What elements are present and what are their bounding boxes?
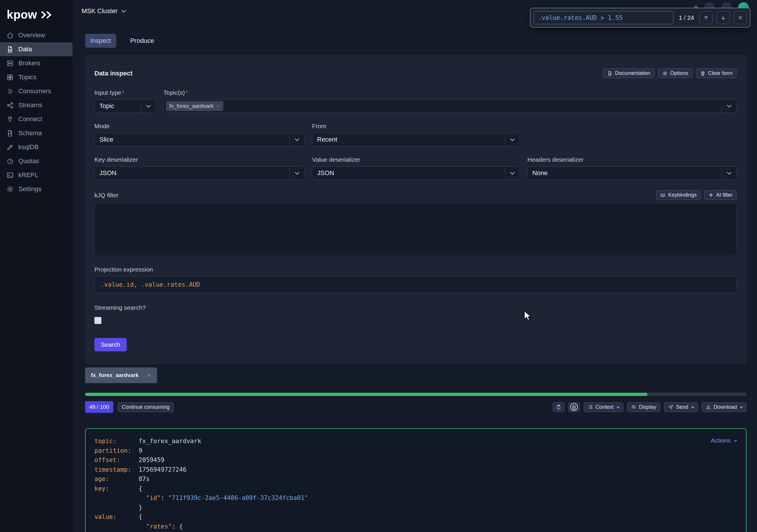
sidebar-item-label: Brokers	[18, 59, 41, 67]
ai-filter-button[interactable]: AI filter	[704, 190, 737, 200]
sidebar-item-connect[interactable]: Connect	[0, 112, 73, 126]
document-icon	[607, 71, 613, 76]
send-dropdown[interactable]: Send	[664, 402, 698, 412]
record-line: "rates": {	[94, 522, 737, 531]
sidebar-item-consumers[interactable]: Consumers	[0, 84, 73, 98]
trash-icon	[700, 71, 706, 76]
record-line: }	[94, 503, 737, 513]
main-area: .value.rates.AUD > 1.55 1 / 24 MSK Clust…	[73, 0, 757, 532]
record-line: age: 07s	[94, 474, 737, 484]
find-input[interactable]: .value.rates.AUD > 1.55	[533, 11, 673, 24]
continue-consuming-button[interactable]: Continue consuming	[118, 402, 174, 412]
app-root: kpow OverviewDataBrokersTopicsConsumersS…	[0, 0, 757, 532]
from-label: From	[312, 123, 520, 130]
find-match-counter: 1 / 24	[679, 14, 694, 21]
download-icon	[706, 404, 711, 410]
arrow-down-icon	[720, 15, 726, 21]
from-select[interactable]: Recent	[312, 133, 520, 146]
headers-deserializer-label: Headers deserializer	[528, 156, 737, 163]
sidebar-item-schema[interactable]: Schema	[0, 126, 73, 140]
sidebar-item-label: kREPL	[18, 171, 38, 179]
documentation-button[interactable]: Documentation	[603, 69, 654, 78]
clear-form-button[interactable]: Clear form	[696, 69, 737, 78]
chevron-down-icon	[691, 405, 694, 408]
value-deserializer-select[interactable]: JSON	[312, 166, 520, 180]
cluster-name: MSK Cluster	[81, 7, 117, 15]
at-icon: @	[570, 403, 578, 411]
keybindings-button[interactable]: Keybindings	[656, 190, 701, 200]
chevron-down-icon	[510, 170, 515, 175]
kpow-logo[interactable]: kpow	[0, 0, 73, 28]
sidebar-item-settings[interactable]: Settings	[0, 182, 73, 196]
topics-label: Topic(s)*	[164, 89, 737, 96]
projection-input[interactable]: .value.id, .value.rates.AUD	[94, 276, 737, 293]
projection-label: Projection expression	[94, 266, 737, 273]
send-icon	[668, 404, 673, 410]
close-icon	[738, 15, 743, 21]
streaming-search-checkbox[interactable]	[94, 317, 102, 324]
find-bar: .value.rates.AUD > 1.55 1 / 24	[530, 8, 750, 27]
record-line: topic: fx_forex_aardvark	[94, 436, 737, 446]
sparkle-icon	[708, 192, 713, 198]
find-prev-button[interactable]	[699, 11, 712, 24]
record-code: topic: fx_forex_aardvarkpartition: 9offs…	[94, 436, 737, 532]
sidebar-item-brokers[interactable]: Brokers	[0, 56, 73, 70]
sidebar-item-label: Topics	[18, 74, 36, 81]
sidebar-item-overview[interactable]: Overview	[0, 28, 73, 42]
key-deserializer-select[interactable]: JSON	[94, 166, 305, 180]
input-type-label: Input type*	[94, 89, 156, 96]
chevron-down-icon	[146, 103, 151, 108]
sidebar-item-data[interactable]: Data	[0, 42, 73, 56]
chevron-down-icon	[510, 137, 515, 141]
sidebar-item-topics[interactable]: Topics	[0, 70, 73, 84]
chevron-down-icon	[734, 438, 737, 442]
mode-select[interactable]: Slice	[94, 133, 305, 146]
copy-results-button[interactable]	[553, 402, 564, 412]
pencil-icon	[6, 144, 14, 151]
arrow-up-icon	[703, 15, 709, 21]
cluster-selector[interactable]: MSK Cluster	[81, 7, 125, 15]
find-next-button[interactable]	[716, 11, 730, 24]
sidebar-item-streams[interactable]: Streams	[0, 98, 73, 112]
share-icon	[6, 102, 14, 109]
file-icon	[6, 46, 14, 53]
close-icon[interactable]	[216, 104, 220, 108]
view-tabs: Inspect Produce	[85, 34, 746, 48]
sidebar-item-label: Settings	[18, 185, 42, 193]
sidebar-item-krepl[interactable]: kREPL	[0, 168, 73, 182]
result-topic-tab[interactable]: fx_forex_aardvark	[85, 368, 157, 383]
input-type-select[interactable]: Topic	[94, 99, 156, 113]
sidebar: kpow OverviewDataBrokersTopicsConsumersS…	[0, 0, 73, 532]
gauge-icon	[6, 158, 14, 165]
sidebar-item-label: Consumers	[18, 87, 51, 95]
close-icon[interactable]	[147, 373, 151, 378]
context-dropdown[interactable]: Context	[584, 402, 623, 412]
tab-produce[interactable]: Produce	[125, 34, 159, 48]
topics-multiselect[interactable]: fx_forex_aardvark	[164, 99, 737, 113]
record-actions-button[interactable]: Actions	[711, 437, 737, 444]
chevron-down-icon	[122, 8, 126, 13]
value-deserializer-label: Value deserializer	[312, 156, 520, 163]
jump-to-offset-button[interactable]: @	[568, 402, 580, 412]
progress-fill	[85, 393, 648, 396]
record-line: "id": "711f939c-2ae5-4486-a09f-37c324fcb…	[94, 493, 737, 503]
find-query-text: .value.rates.AUD > 1.55	[538, 14, 623, 21]
chevron-down-icon	[617, 405, 620, 408]
sidebar-item-ksqldb[interactable]: ksqlDB	[0, 140, 73, 154]
kjq-filter-textarea[interactable]	[94, 203, 737, 256]
sidebar-item-quotas[interactable]: Quotas	[0, 154, 73, 168]
options-button[interactable]: Options	[658, 69, 692, 78]
find-close-button[interactable]	[734, 11, 747, 24]
page-content: Inspect Produce Data inspect Documentati…	[73, 34, 757, 532]
display-dropdown[interactable]: Display	[627, 402, 660, 412]
sidebar-nav: OverviewDataBrokersTopicsConsumersStream…	[0, 28, 73, 196]
tab-inspect[interactable]: Inspect	[85, 34, 116, 48]
download-dropdown[interactable]: Download	[702, 402, 746, 412]
logo-chevrons-icon	[40, 11, 53, 19]
schema-icon	[6, 130, 14, 137]
headers-deserializer-select[interactable]: None	[528, 166, 737, 180]
topic-chip[interactable]: fx_forex_aardvark	[166, 101, 223, 111]
chevron-down-icon	[727, 103, 732, 108]
search-button[interactable]: Search	[94, 338, 127, 351]
record-line: value: {	[94, 512, 737, 522]
